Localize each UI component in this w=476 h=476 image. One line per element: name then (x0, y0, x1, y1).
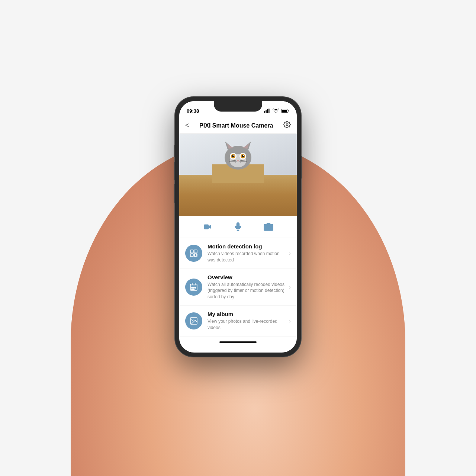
status-icons (264, 109, 289, 113)
battery-icon (281, 109, 289, 113)
video-button[interactable] (202, 221, 213, 233)
settings-button[interactable] (283, 121, 291, 130)
my-album-desc: View your photos and live-recorded video… (208, 318, 286, 331)
motion-detection-content: Motion detection log Watch videos record… (208, 243, 286, 263)
svg-point-7 (286, 124, 288, 126)
toolbar (179, 216, 297, 238)
volume-down-button (174, 184, 175, 203)
svg-rect-46 (193, 289, 194, 290)
my-album-title: My album (208, 311, 286, 317)
svg-rect-0 (264, 111, 265, 113)
svg-point-22 (234, 155, 235, 156)
album-icon (189, 316, 198, 325)
svg-point-48 (192, 319, 193, 320)
svg-rect-35 (190, 254, 193, 257)
photo-button[interactable] (263, 221, 274, 233)
svg-rect-42 (192, 287, 193, 288)
notch (214, 101, 262, 112)
svg-rect-34 (194, 250, 197, 253)
back-button[interactable]: < (185, 122, 189, 129)
page-title: PIXI Smart Mouse Camera (199, 122, 273, 129)
home-bar (219, 341, 257, 343)
phone-frame: 09:38 (175, 97, 301, 357)
motion-detection-title: Motion detection log (208, 243, 286, 250)
home-indicator (179, 337, 297, 348)
svg-rect-6 (282, 110, 287, 112)
status-time: 09:38 (187, 108, 199, 114)
overview-icon-bg (185, 279, 202, 296)
svg-point-23 (243, 155, 244, 156)
svg-point-32 (267, 225, 270, 229)
overview-title: Overview (208, 274, 286, 280)
my-album-content: My album View your photos and live-recor… (208, 311, 286, 331)
phone-screen: 09:38 (179, 101, 297, 353)
phone-wrapper: 09:38 (175, 97, 301, 357)
svg-rect-45 (192, 289, 193, 290)
scene: 09:38 (0, 0, 476, 476)
overview-desc: Watch all automatically recoded videos (… (208, 282, 286, 300)
mute-button (174, 145, 175, 157)
cat-image (212, 134, 264, 183)
svg-rect-5 (288, 110, 289, 112)
my-album-item[interactable]: My album View your photos and live-recor… (179, 306, 297, 337)
motion-detection-desc: Watch videos recorded when motion was de… (208, 251, 286, 263)
svg-rect-33 (190, 250, 193, 253)
cat-scene (179, 134, 297, 216)
overview-content: Overview Watch all automatically recoded… (208, 274, 286, 300)
nav-bar: < PIXI Smart Mouse Camera (179, 118, 297, 134)
svg-rect-3 (268, 109, 270, 113)
camera-view (179, 134, 297, 216)
my-album-chevron: › (289, 318, 291, 324)
svg-rect-43 (193, 287, 194, 288)
microphone-button[interactable] (232, 221, 244, 233)
calendar-icon (189, 283, 198, 292)
motion-detection-chevron: › (289, 250, 291, 256)
overview-item[interactable]: Overview Watch all automatically recoded… (179, 269, 297, 306)
volume-up-button (174, 162, 175, 180)
power-button (301, 156, 302, 178)
svg-rect-1 (266, 110, 267, 113)
overview-chevron: › (289, 284, 291, 290)
motion-detection-item[interactable]: Motion detection log Watch videos record… (179, 238, 297, 269)
svg-rect-2 (267, 109, 268, 113)
svg-rect-44 (195, 287, 196, 288)
wifi-icon (273, 109, 279, 113)
motion-icon (189, 249, 198, 258)
menu-list: Motion detection log Watch videos record… (179, 238, 297, 337)
signal-icon (264, 109, 271, 113)
motion-detection-icon-bg (185, 245, 202, 262)
my-album-icon-bg (185, 312, 202, 329)
